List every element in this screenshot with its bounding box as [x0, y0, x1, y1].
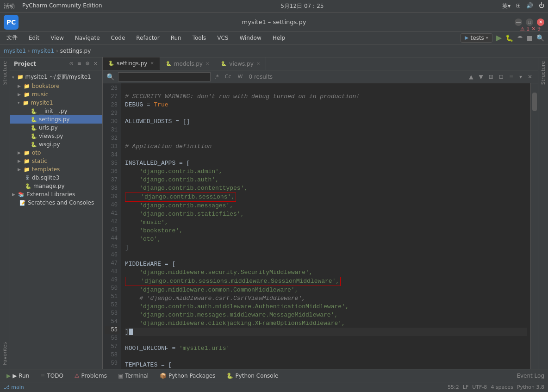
- debug-button[interactable]: 🐛: [505, 34, 513, 42]
- system-bar-left: 活动 PyCharm Community Edition: [4, 2, 102, 10]
- python-packages-tab[interactable]: 📦 Python Packages: [157, 372, 218, 380]
- tree-item-bookstore[interactable]: ▶ 📁 bookstore: [10, 82, 102, 90]
- line-numbers: 26 27 28 29 30 31 32 33 34 35 36 37 38 3…: [103, 83, 121, 369]
- line-ending[interactable]: LF: [463, 384, 468, 390]
- tree-item-urls[interactable]: 🐍 urls.py: [10, 124, 102, 132]
- tree-item-init[interactable]: 🐍 __init__.py: [10, 107, 102, 115]
- code-content[interactable]: # SECURITY WARNING: don't run with debug…: [121, 83, 530, 369]
- tree-item-ext-libs[interactable]: ▶ 📚 External Libraries: [10, 190, 102, 199]
- breadcrumb-root[interactable]: mysite1: [4, 48, 26, 54]
- tree-item-static[interactable]: ▶ 📁 static: [10, 157, 102, 165]
- code-line-56: [125, 336, 527, 344]
- menu-file[interactable]: 文件: [4, 33, 20, 43]
- cursor-position[interactable]: 55:2: [448, 384, 459, 390]
- search-option3[interactable]: ≡: [507, 73, 516, 81]
- tree-item-oto[interactable]: ▶ 📁 oto: [10, 149, 102, 157]
- system-bar-right: 英▾ ⊞ 🔊 ⏻: [502, 2, 544, 10]
- left-tab-structure[interactable]: Structure: [1, 57, 9, 88]
- tab-models-close[interactable]: ✕: [206, 61, 209, 66]
- todo-tab[interactable]: ≡ TODO: [37, 372, 66, 380]
- scrollbar-thumb[interactable]: [532, 93, 537, 111]
- scrollbar[interactable]: [530, 83, 538, 369]
- python-console-tab[interactable]: 🐍 Python Console: [224, 372, 281, 380]
- activities-label[interactable]: 活动: [4, 2, 15, 10]
- regex-toggle[interactable]: .*: [214, 74, 219, 80]
- tab-views-close[interactable]: ✕: [256, 61, 260, 66]
- event-log-tab[interactable]: Event Log: [517, 373, 544, 379]
- menu-edit[interactable]: Edit: [26, 34, 42, 42]
- menu-code[interactable]: Code: [108, 34, 128, 42]
- search-close[interactable]: ✕: [526, 73, 534, 81]
- panel-ctrl-sync[interactable]: ⊙: [68, 60, 74, 68]
- menu-navigate[interactable]: Navigate: [72, 34, 103, 42]
- code-line-58: [125, 353, 527, 361]
- code-line-54: 'django.middleware.clickjacking.XFrameOp…: [125, 319, 527, 328]
- search-option1[interactable]: ⊞: [487, 73, 495, 81]
- breadcrumb-file[interactable]: settings.py: [60, 48, 91, 54]
- app-name[interactable]: PyCharm Community Edition: [22, 2, 102, 10]
- git-branch[interactable]: ⎇ main: [4, 384, 24, 390]
- window-title: mysite1 – settings.py: [242, 19, 306, 25]
- tab-settings[interactable]: 🐍 settings.py ✕: [103, 57, 160, 70]
- coverage-button[interactable]: ☂: [517, 34, 523, 42]
- menu-tools[interactable]: Tools: [190, 34, 209, 42]
- close-button[interactable]: ✕: [537, 19, 544, 26]
- code-line-30: ALLOWED_HOSTS = []: [125, 118, 527, 126]
- tree-item-mysite1-folder[interactable]: ▾ 📁 mysite1: [10, 99, 102, 107]
- code-line-43: 'bookstore',: [125, 227, 527, 235]
- code-line-33: # Application definition: [125, 143, 527, 151]
- tree-item-db[interactable]: 🗄 db.sqlite3: [10, 174, 102, 182]
- run-tab[interactable]: ▶ ▶ Run: [4, 372, 32, 380]
- breadcrumb: mysite1 › mysite1 › settings.py: [0, 44, 548, 57]
- tree-item-wsgi[interactable]: 🐍 wsgi.py: [10, 140, 102, 149]
- tab-settings-close[interactable]: ✕: [150, 61, 154, 66]
- panel-ctrl-collapse[interactable]: ≡: [76, 60, 82, 68]
- packages-icon: 📦: [160, 373, 167, 379]
- search-next[interactable]: ▼: [477, 73, 485, 81]
- search-everywhere-button[interactable]: 🔍: [536, 34, 544, 42]
- tree-item-views[interactable]: 🐍 views.py: [10, 132, 102, 140]
- tree-item-music[interactable]: ▶ 📁 music: [10, 90, 102, 99]
- panel-ctrl-settings[interactable]: ⚙: [84, 60, 91, 68]
- code-editor[interactable]: 26 27 28 29 30 31 32 33 34 35 36 37 38 3…: [103, 83, 538, 369]
- left-tab-favorites[interactable]: Favorites: [1, 338, 9, 369]
- search-filter[interactable]: ▾: [517, 73, 524, 81]
- code-line-44: 'oto',: [125, 235, 527, 243]
- search-prev[interactable]: ▲: [467, 73, 475, 81]
- whole-word-toggle[interactable]: W: [236, 73, 245, 81]
- todo-icon: ≡: [40, 373, 45, 379]
- problems-tab[interactable]: ⚠ Problems: [72, 372, 110, 380]
- breadcrumb-package[interactable]: mysite1: [32, 48, 54, 54]
- power-icon[interactable]: ⏻: [539, 2, 544, 10]
- python-version[interactable]: Python 3.8: [517, 384, 544, 390]
- tree-item-scratches[interactable]: 📝 Scratches and Consoles: [10, 199, 102, 207]
- minimize-button[interactable]: —: [515, 19, 522, 26]
- search-input[interactable]: [118, 72, 211, 81]
- maximize-button[interactable]: □: [526, 19, 533, 26]
- stop-button[interactable]: ■: [527, 34, 533, 42]
- terminal-tab[interactable]: ▣ Terminal: [115, 372, 151, 380]
- run-config-selector[interactable]: ▶ tests ▾: [461, 33, 492, 43]
- tab-views[interactable]: 🐍 views.py ✕: [215, 57, 266, 70]
- panel-ctrl-close[interactable]: ✕: [93, 60, 99, 68]
- menu-window[interactable]: Window: [237, 34, 264, 42]
- search-option2[interactable]: ⊟: [497, 73, 505, 81]
- encoding[interactable]: UTF-8: [472, 384, 487, 390]
- tab-models[interactable]: 🐍 models.py ✕: [160, 57, 216, 70]
- tree-item-root[interactable]: ▾ 📁 mysite1 ~/桌面/mysite1: [10, 72, 102, 82]
- tree-item-manage[interactable]: 🐍 manage.py: [10, 182, 102, 190]
- menu-vcs[interactable]: VCS: [214, 34, 231, 42]
- tree-item-settings[interactable]: 🐍 settings.py: [10, 115, 102, 124]
- tree-item-templates[interactable]: ▶ 📁 templates: [10, 165, 102, 174]
- menu-help[interactable]: Help: [270, 34, 288, 42]
- menu-run[interactable]: Run: [168, 34, 184, 42]
- run-button[interactable]: ▶: [496, 33, 502, 42]
- indent[interactable]: 4 spaces: [491, 384, 513, 390]
- error-indicators: ⚠ 1 ✕ 9: [520, 26, 541, 32]
- locale-indicator[interactable]: 英▾: [502, 2, 511, 10]
- case-sensitive-toggle[interactable]: Cc: [223, 73, 234, 81]
- run-tab-label: ▶ Run: [12, 373, 29, 379]
- right-tab-structure[interactable]: Structure: [540, 57, 546, 88]
- menu-view[interactable]: View: [48, 34, 66, 42]
- menu-refactor[interactable]: Refactor: [133, 34, 162, 42]
